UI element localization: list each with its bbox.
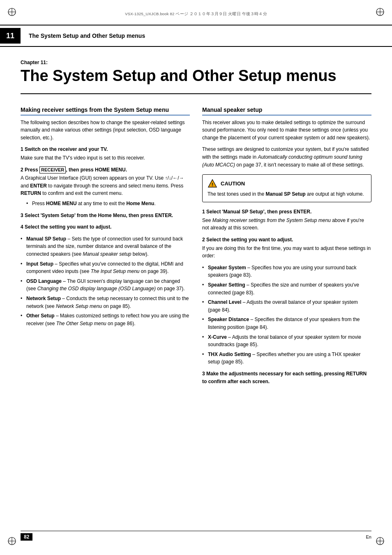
bullet-osd-language: OSD Language – The GUI screen's display … bbox=[21, 278, 190, 293]
step-1-sub: Make sure that the TV's video input is s… bbox=[21, 154, 190, 162]
right-step-2-text: Select the setting you want to adjust. bbox=[206, 237, 293, 243]
right-step-1: 1 Select 'Manual SP Setup', then press E… bbox=[202, 208, 371, 232]
right-step-3: 3 Make the adjustments necessary for eac… bbox=[202, 370, 371, 385]
chapter-tab: 11 The System Setup and Other Setup menu… bbox=[0, 25, 392, 47]
right-intro-2: These settings are designed to customize… bbox=[202, 146, 371, 169]
bullet-other-setup: Other Setup – Makes customized settings … bbox=[21, 312, 190, 327]
step-2-bold: Press RECEIVER, then press HOME MENU. bbox=[25, 167, 127, 173]
step-2-sub: A Graphical User Interface (GUI) screen … bbox=[21, 174, 190, 197]
chapter-number: 11 bbox=[0, 28, 21, 44]
chapter-label: Chapter 11: bbox=[21, 60, 371, 65]
page-number: 82 bbox=[21, 533, 32, 541]
reg-mark-bl bbox=[7, 536, 16, 548]
reg-mark-tr bbox=[376, 7, 385, 18]
step-1: 1 Switch on the receiver and your TV. Ma… bbox=[21, 146, 190, 162]
main-content: Chapter 11: The System Setup and Other S… bbox=[21, 47, 371, 389]
bullet-input-setup: Input Setup – Specifies what you've conn… bbox=[21, 260, 190, 275]
svg-text:!: ! bbox=[212, 182, 213, 187]
top-metadata: VSX-1325_UXJCB.book 82 ページ ２０１０年３月９日 火曜日… bbox=[25, 12, 367, 17]
chapter-tab-content: The System Setup and Other Setup menus bbox=[21, 32, 392, 39]
left-intro: The following section describes how to c… bbox=[21, 119, 190, 142]
right-step-2-sub: If you are doing this for the first time… bbox=[202, 245, 371, 260]
bullet-thx-audio: THX Audio Setting – Specifies whether yo… bbox=[202, 351, 371, 366]
bullet-channel-level: Channel Level – Adjusts the overall bala… bbox=[202, 298, 371, 314]
chapter-tab-title: The System Setup and Other Setup menus bbox=[29, 32, 145, 39]
step-2-bullet-1: Press HOME MENU at any time to exit the … bbox=[26, 200, 190, 208]
step-4-text: Select the setting you want to adjust. bbox=[25, 224, 111, 230]
caution-label: CAUTION bbox=[221, 180, 245, 187]
page-lang: En bbox=[366, 534, 371, 539]
bullet-network-setup: Network Setup – Conducts the setup neces… bbox=[21, 295, 190, 310]
right-step-1-sub: See Making receiver settings from the Sy… bbox=[202, 217, 371, 232]
step-1-bold: Switch on the receiver and your TV. bbox=[25, 146, 108, 152]
left-section-heading: Making receiver settings from the System… bbox=[21, 106, 190, 116]
bullet-manual-sp: Manual SP Setup – Sets the type of conne… bbox=[21, 235, 190, 258]
right-column: Manual speaker setup This receiver allow… bbox=[202, 106, 371, 389]
left-column: Making receiver settings from the System… bbox=[21, 106, 190, 389]
step-4-number: 4 bbox=[21, 224, 25, 230]
right-step-2: 2 Select the setting you want to adjust.… bbox=[202, 236, 371, 260]
right-step-1-text: Select 'Manual SP Setup', then press ENT… bbox=[206, 209, 311, 215]
bullet-speaker-distance: Speaker Distance – Specifies the distanc… bbox=[202, 316, 371, 331]
caution-box: ! CAUTION The test tones used in the Man… bbox=[202, 174, 371, 202]
caution-triangle-icon: ! bbox=[208, 179, 217, 188]
left-bullets: Manual SP Setup – Sets the type of conne… bbox=[21, 235, 190, 328]
bullet-speaker-system: Speaker System – Specifies how you are u… bbox=[202, 264, 371, 279]
reg-mark-tl bbox=[7, 7, 16, 18]
chapter-big-title: The System Setup and Other Setup menus bbox=[21, 67, 371, 94]
two-column-layout: Making receiver settings from the System… bbox=[21, 106, 371, 389]
step-3-number: 3 bbox=[21, 213, 25, 218]
step-2-number: 2 bbox=[21, 167, 25, 173]
right-section-heading: Manual speaker setup bbox=[202, 106, 371, 116]
step-3-text: Select 'System Setup' from the Home Menu… bbox=[25, 213, 173, 218]
reg-mark-br bbox=[376, 536, 385, 548]
bullet-speaker-setting: Speaker Setting – Specifies the size and… bbox=[202, 281, 371, 296]
bullet-x-curve: X-Curve – Adjusts the tonal balance of y… bbox=[202, 333, 371, 349]
step-2: 2 Press RECEIVER, then press HOME MENU. … bbox=[21, 166, 190, 208]
right-step-3-text: Make the adjustments necessary for each … bbox=[202, 371, 367, 384]
caution-text: The test tones used in the Manual SP Set… bbox=[208, 190, 366, 198]
caution-header: ! CAUTION bbox=[208, 179, 366, 188]
step-1-number: 1 bbox=[21, 146, 25, 152]
home-menu-bullet: Press HOME MENU at any time to exit the … bbox=[26, 200, 190, 208]
step-2-bullets: Press HOME MENU at any time to exit the … bbox=[26, 200, 190, 208]
step-4: 4 Select the setting you want to adjust. bbox=[21, 223, 190, 231]
page-footer: 82 En bbox=[21, 531, 371, 541]
step-3: 3 Select 'System Setup' from the Home Me… bbox=[21, 212, 190, 220]
right-step-1-number: 1 bbox=[202, 209, 206, 215]
right-step-2-number: 2 bbox=[202, 237, 206, 243]
receiver-key: RECEIVER bbox=[39, 166, 66, 173]
right-bullets: Speaker System – Specifies how you are u… bbox=[202, 264, 371, 366]
right-intro-1: This receiver allows you to make detaile… bbox=[202, 119, 371, 142]
right-step-3-number: 3 bbox=[202, 371, 206, 377]
